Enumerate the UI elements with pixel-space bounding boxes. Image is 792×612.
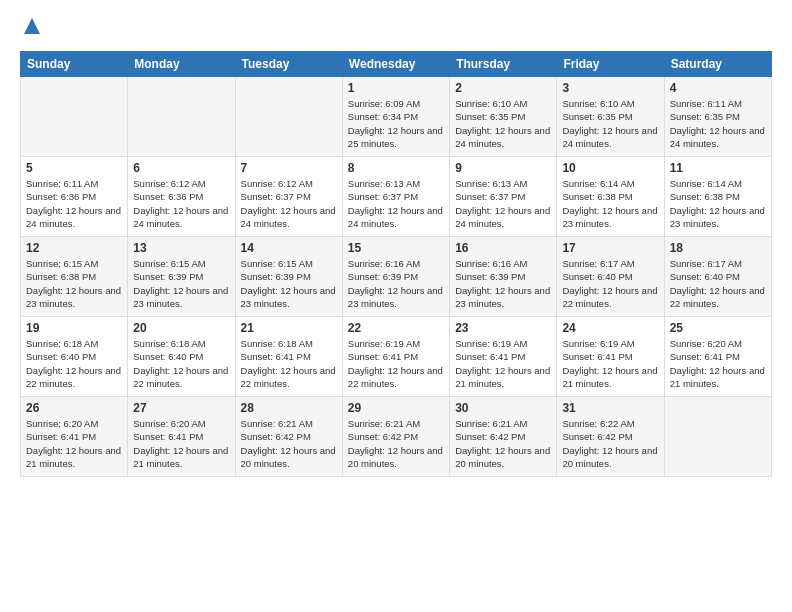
calendar-cell: 18Sunrise: 6:17 AMSunset: 6:40 PMDayligh… xyxy=(664,237,771,317)
day-number: 2 xyxy=(455,81,551,95)
logo-icon xyxy=(22,16,42,36)
calendar-cell: 26Sunrise: 6:20 AMSunset: 6:41 PMDayligh… xyxy=(21,397,128,477)
day-info: Sunrise: 6:14 AMSunset: 6:38 PMDaylight:… xyxy=(562,177,658,230)
week-row: 12Sunrise: 6:15 AMSunset: 6:38 PMDayligh… xyxy=(21,237,772,317)
calendar-cell: 30Sunrise: 6:21 AMSunset: 6:42 PMDayligh… xyxy=(450,397,557,477)
weekday-header: Thursday xyxy=(450,52,557,77)
weekday-header-row: SundayMondayTuesdayWednesdayThursdayFrid… xyxy=(21,52,772,77)
calendar-cell: 5Sunrise: 6:11 AMSunset: 6:36 PMDaylight… xyxy=(21,157,128,237)
day-number: 1 xyxy=(348,81,444,95)
day-info: Sunrise: 6:18 AMSunset: 6:40 PMDaylight:… xyxy=(26,337,122,390)
calendar-cell: 2Sunrise: 6:10 AMSunset: 6:35 PMDaylight… xyxy=(450,77,557,157)
calendar-cell xyxy=(235,77,342,157)
calendar-cell: 7Sunrise: 6:12 AMSunset: 6:37 PMDaylight… xyxy=(235,157,342,237)
day-info: Sunrise: 6:21 AMSunset: 6:42 PMDaylight:… xyxy=(241,417,337,470)
week-row: 26Sunrise: 6:20 AMSunset: 6:41 PMDayligh… xyxy=(21,397,772,477)
day-info: Sunrise: 6:20 AMSunset: 6:41 PMDaylight:… xyxy=(133,417,229,470)
calendar-cell: 24Sunrise: 6:19 AMSunset: 6:41 PMDayligh… xyxy=(557,317,664,397)
header xyxy=(20,16,772,41)
weekday-header: Saturday xyxy=(664,52,771,77)
calendar-cell: 3Sunrise: 6:10 AMSunset: 6:35 PMDaylight… xyxy=(557,77,664,157)
calendar: SundayMondayTuesdayWednesdayThursdayFrid… xyxy=(20,51,772,477)
day-info: Sunrise: 6:17 AMSunset: 6:40 PMDaylight:… xyxy=(562,257,658,310)
day-number: 14 xyxy=(241,241,337,255)
day-number: 13 xyxy=(133,241,229,255)
day-info: Sunrise: 6:11 AMSunset: 6:35 PMDaylight:… xyxy=(670,97,766,150)
day-info: Sunrise: 6:16 AMSunset: 6:39 PMDaylight:… xyxy=(455,257,551,310)
day-number: 3 xyxy=(562,81,658,95)
day-number: 9 xyxy=(455,161,551,175)
day-info: Sunrise: 6:10 AMSunset: 6:35 PMDaylight:… xyxy=(562,97,658,150)
day-number: 12 xyxy=(26,241,122,255)
weekday-header: Friday xyxy=(557,52,664,77)
calendar-cell: 1Sunrise: 6:09 AMSunset: 6:34 PMDaylight… xyxy=(342,77,449,157)
weekday-header: Monday xyxy=(128,52,235,77)
day-number: 16 xyxy=(455,241,551,255)
day-info: Sunrise: 6:15 AMSunset: 6:38 PMDaylight:… xyxy=(26,257,122,310)
calendar-cell xyxy=(21,77,128,157)
day-info: Sunrise: 6:12 AMSunset: 6:37 PMDaylight:… xyxy=(241,177,337,230)
calendar-cell: 31Sunrise: 6:22 AMSunset: 6:42 PMDayligh… xyxy=(557,397,664,477)
calendar-cell: 15Sunrise: 6:16 AMSunset: 6:39 PMDayligh… xyxy=(342,237,449,317)
day-number: 27 xyxy=(133,401,229,415)
calendar-cell: 20Sunrise: 6:18 AMSunset: 6:40 PMDayligh… xyxy=(128,317,235,397)
day-number: 26 xyxy=(26,401,122,415)
day-info: Sunrise: 6:21 AMSunset: 6:42 PMDaylight:… xyxy=(348,417,444,470)
day-number: 25 xyxy=(670,321,766,335)
calendar-cell xyxy=(128,77,235,157)
day-number: 6 xyxy=(133,161,229,175)
day-info: Sunrise: 6:20 AMSunset: 6:41 PMDaylight:… xyxy=(670,337,766,390)
week-row: 1Sunrise: 6:09 AMSunset: 6:34 PMDaylight… xyxy=(21,77,772,157)
day-number: 11 xyxy=(670,161,766,175)
day-info: Sunrise: 6:09 AMSunset: 6:34 PMDaylight:… xyxy=(348,97,444,150)
day-number: 10 xyxy=(562,161,658,175)
calendar-cell: 22Sunrise: 6:19 AMSunset: 6:41 PMDayligh… xyxy=(342,317,449,397)
day-info: Sunrise: 6:15 AMSunset: 6:39 PMDaylight:… xyxy=(241,257,337,310)
day-info: Sunrise: 6:10 AMSunset: 6:35 PMDaylight:… xyxy=(455,97,551,150)
day-number: 28 xyxy=(241,401,337,415)
day-number: 29 xyxy=(348,401,444,415)
day-number: 7 xyxy=(241,161,337,175)
calendar-cell: 28Sunrise: 6:21 AMSunset: 6:42 PMDayligh… xyxy=(235,397,342,477)
day-info: Sunrise: 6:18 AMSunset: 6:41 PMDaylight:… xyxy=(241,337,337,390)
day-number: 5 xyxy=(26,161,122,175)
calendar-cell: 8Sunrise: 6:13 AMSunset: 6:37 PMDaylight… xyxy=(342,157,449,237)
day-info: Sunrise: 6:17 AMSunset: 6:40 PMDaylight:… xyxy=(670,257,766,310)
day-number: 21 xyxy=(241,321,337,335)
calendar-cell: 10Sunrise: 6:14 AMSunset: 6:38 PMDayligh… xyxy=(557,157,664,237)
day-info: Sunrise: 6:19 AMSunset: 6:41 PMDaylight:… xyxy=(348,337,444,390)
day-info: Sunrise: 6:19 AMSunset: 6:41 PMDaylight:… xyxy=(455,337,551,390)
day-number: 4 xyxy=(670,81,766,95)
day-info: Sunrise: 6:12 AMSunset: 6:36 PMDaylight:… xyxy=(133,177,229,230)
day-number: 19 xyxy=(26,321,122,335)
calendar-cell: 27Sunrise: 6:20 AMSunset: 6:41 PMDayligh… xyxy=(128,397,235,477)
day-number: 17 xyxy=(562,241,658,255)
day-info: Sunrise: 6:13 AMSunset: 6:37 PMDaylight:… xyxy=(348,177,444,230)
day-number: 24 xyxy=(562,321,658,335)
calendar-cell: 21Sunrise: 6:18 AMSunset: 6:41 PMDayligh… xyxy=(235,317,342,397)
day-info: Sunrise: 6:19 AMSunset: 6:41 PMDaylight:… xyxy=(562,337,658,390)
svg-marker-0 xyxy=(24,18,40,34)
day-number: 31 xyxy=(562,401,658,415)
calendar-cell: 13Sunrise: 6:15 AMSunset: 6:39 PMDayligh… xyxy=(128,237,235,317)
day-info: Sunrise: 6:15 AMSunset: 6:39 PMDaylight:… xyxy=(133,257,229,310)
day-number: 23 xyxy=(455,321,551,335)
calendar-cell: 19Sunrise: 6:18 AMSunset: 6:40 PMDayligh… xyxy=(21,317,128,397)
calendar-cell: 9Sunrise: 6:13 AMSunset: 6:37 PMDaylight… xyxy=(450,157,557,237)
weekday-header: Sunday xyxy=(21,52,128,77)
day-number: 15 xyxy=(348,241,444,255)
week-row: 19Sunrise: 6:18 AMSunset: 6:40 PMDayligh… xyxy=(21,317,772,397)
day-info: Sunrise: 6:14 AMSunset: 6:38 PMDaylight:… xyxy=(670,177,766,230)
calendar-cell: 25Sunrise: 6:20 AMSunset: 6:41 PMDayligh… xyxy=(664,317,771,397)
calendar-cell: 4Sunrise: 6:11 AMSunset: 6:35 PMDaylight… xyxy=(664,77,771,157)
weekday-header: Wednesday xyxy=(342,52,449,77)
calendar-cell: 29Sunrise: 6:21 AMSunset: 6:42 PMDayligh… xyxy=(342,397,449,477)
calendar-cell: 6Sunrise: 6:12 AMSunset: 6:36 PMDaylight… xyxy=(128,157,235,237)
calendar-cell: 14Sunrise: 6:15 AMSunset: 6:39 PMDayligh… xyxy=(235,237,342,317)
day-info: Sunrise: 6:13 AMSunset: 6:37 PMDaylight:… xyxy=(455,177,551,230)
day-info: Sunrise: 6:11 AMSunset: 6:36 PMDaylight:… xyxy=(26,177,122,230)
logo xyxy=(20,16,42,41)
calendar-cell: 12Sunrise: 6:15 AMSunset: 6:38 PMDayligh… xyxy=(21,237,128,317)
day-info: Sunrise: 6:18 AMSunset: 6:40 PMDaylight:… xyxy=(133,337,229,390)
day-number: 18 xyxy=(670,241,766,255)
